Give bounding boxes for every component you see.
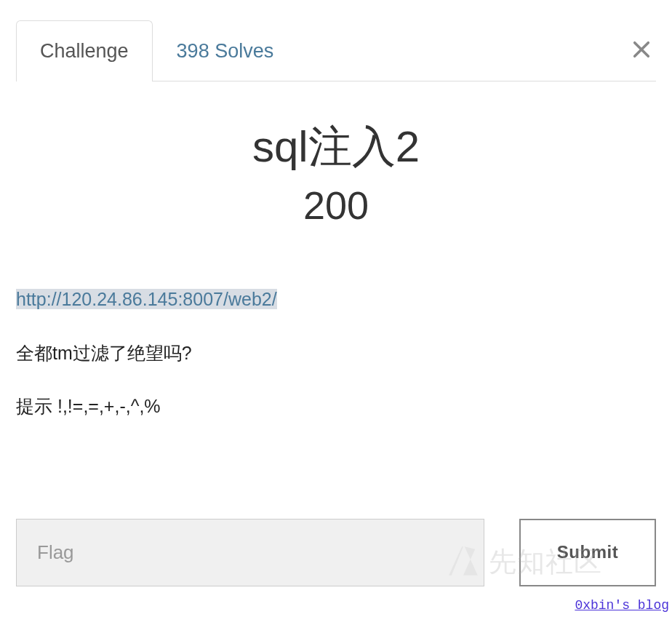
flag-input[interactable] [16,519,484,586]
challenge-desc-1: 全都tm过滤了绝望吗? [16,340,656,367]
submit-row: Submit [16,519,656,586]
tab-solves[interactable]: 398 Solves [153,20,298,81]
challenge-link[interactable]: http://120.24.86.145:8007/web2/ [16,289,277,309]
challenge-points: 200 [16,183,656,228]
challenge-body: http://120.24.86.145:8007/web2/ 全都tm过滤了绝… [16,286,656,421]
tab-challenge[interactable]: Challenge [16,20,153,81]
footer-blog-link[interactable]: 0xbin's blog [575,598,669,613]
challenge-modal: Challenge 398 Solves sql注入2 200 http://1… [0,0,672,586]
challenge-desc-2: 提示 !,!=,=,+,-,^,% [16,393,656,421]
challenge-title: sql注入2 [16,118,656,177]
challenge-content: sql注入2 200 http://120.24.86.145:8007/web… [16,81,656,586]
tab-bar: Challenge 398 Solves [16,20,656,81]
submit-button[interactable]: Submit [519,519,656,586]
